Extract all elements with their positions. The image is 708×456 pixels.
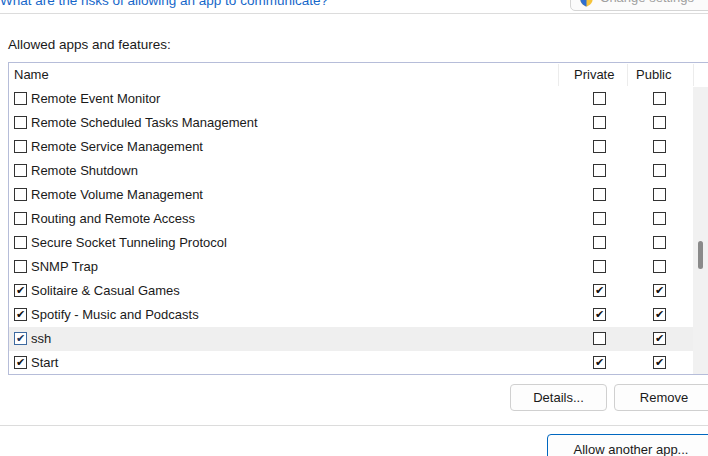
uac-shield-icon bbox=[579, 0, 594, 7]
private-checkbox[interactable]: ✔ bbox=[593, 236, 606, 249]
change-settings-button[interactable]: Change settings bbox=[570, 0, 708, 11]
public-checkbox[interactable]: ✔ bbox=[653, 116, 666, 129]
remove-button[interactable]: Remove bbox=[614, 384, 708, 411]
app-enabled-checkbox[interactable]: ✔ bbox=[14, 332, 27, 345]
app-row[interactable]: ✔ Remote Scheduled Tasks Management ✔ ✔ bbox=[9, 111, 693, 135]
check-icon: ✔ bbox=[594, 285, 605, 296]
app-name-label: Remote Event Monitor bbox=[31, 91, 160, 106]
check-icon: ✔ bbox=[654, 357, 665, 368]
app-row[interactable]: ✔ Remote Service Management ✔ ✔ bbox=[9, 135, 693, 159]
app-name-label: Secure Socket Tunneling Protocol bbox=[31, 235, 227, 250]
check-icon: ✔ bbox=[15, 333, 26, 344]
public-checkbox[interactable]: ✔ bbox=[653, 284, 666, 297]
header-separator bbox=[558, 64, 559, 86]
app-name-label: Remote Shutdown bbox=[31, 163, 138, 178]
risks-help-link[interactable]: What are the risks of allowing an app to… bbox=[0, 0, 328, 8]
public-checkbox[interactable]: ✔ bbox=[653, 140, 666, 153]
public-checkbox[interactable]: ✔ bbox=[653, 356, 666, 369]
allowed-apps-label: Allowed apps and features: bbox=[8, 37, 171, 52]
top-divider bbox=[0, 13, 708, 14]
private-checkbox[interactable]: ✔ bbox=[593, 284, 606, 297]
scrollbar-thumb[interactable] bbox=[698, 241, 703, 269]
public-checkbox[interactable]: ✔ bbox=[653, 212, 666, 225]
private-checkbox[interactable]: ✔ bbox=[593, 140, 606, 153]
allowed-apps-panel: { "header": { "risks_link": "What are th… bbox=[0, 0, 708, 456]
app-name-label: Solitaire & Casual Games bbox=[31, 283, 180, 298]
bottom-divider bbox=[0, 425, 708, 426]
public-checkbox[interactable]: ✔ bbox=[653, 236, 666, 249]
app-row[interactable]: ✔ Remote Volume Management ✔ ✔ bbox=[9, 183, 693, 207]
list-header: Name Private Public bbox=[9, 63, 708, 87]
app-name-label: Spotify - Music and Podcasts bbox=[31, 307, 199, 322]
app-enabled-checkbox[interactable]: ✔ bbox=[14, 260, 27, 273]
app-row[interactable]: ✔ SNMP Trap ✔ ✔ bbox=[9, 255, 693, 279]
allow-another-app-button[interactable]: Allow another app... bbox=[547, 434, 708, 456]
private-checkbox[interactable]: ✔ bbox=[593, 188, 606, 201]
change-settings-label: Change settings bbox=[600, 0, 694, 5]
app-enabled-checkbox[interactable]: ✔ bbox=[14, 164, 27, 177]
app-row[interactable]: ✔ Routing and Remote Access ✔ ✔ bbox=[9, 207, 693, 231]
check-icon: ✔ bbox=[654, 309, 665, 320]
private-checkbox[interactable]: ✔ bbox=[593, 212, 606, 225]
public-checkbox[interactable]: ✔ bbox=[653, 332, 666, 345]
app-row[interactable]: ✔ Solitaire & Casual Games ✔ ✔ bbox=[9, 279, 693, 303]
details-button[interactable]: Details... bbox=[510, 384, 607, 411]
allowed-apps-list: Name Private Public ✔ Remote Event Monit… bbox=[8, 62, 708, 375]
app-name-label: ssh bbox=[31, 331, 51, 346]
private-checkbox[interactable]: ✔ bbox=[593, 308, 606, 321]
app-enabled-checkbox[interactable]: ✔ bbox=[14, 92, 27, 105]
private-checkbox[interactable]: ✔ bbox=[593, 260, 606, 273]
public-checkbox[interactable]: ✔ bbox=[653, 188, 666, 201]
app-name-label: Remote Scheduled Tasks Management bbox=[31, 115, 258, 130]
header-separator bbox=[627, 64, 628, 86]
public-checkbox[interactable]: ✔ bbox=[653, 92, 666, 105]
check-icon: ✔ bbox=[654, 285, 665, 296]
app-row[interactable]: ✔ Start ✔ ✔ bbox=[9, 351, 693, 375]
private-checkbox[interactable]: ✔ bbox=[593, 116, 606, 129]
list-rows: ✔ Remote Event Monitor ✔ ✔ ✔ Remote Sche… bbox=[9, 87, 708, 374]
app-enabled-checkbox[interactable]: ✔ bbox=[14, 188, 27, 201]
private-checkbox[interactable]: ✔ bbox=[593, 92, 606, 105]
check-icon: ✔ bbox=[594, 309, 605, 320]
public-checkbox[interactable]: ✔ bbox=[653, 164, 666, 177]
check-icon: ✔ bbox=[594, 357, 605, 368]
app-row[interactable]: ✔ Remote Shutdown ✔ ✔ bbox=[9, 159, 693, 183]
app-name-label: Remote Service Management bbox=[31, 139, 203, 154]
app-enabled-checkbox[interactable]: ✔ bbox=[14, 212, 27, 225]
column-header-name[interactable]: Name bbox=[14, 67, 49, 82]
public-checkbox[interactable]: ✔ bbox=[653, 260, 666, 273]
app-row[interactable]: ✔ Spotify - Music and Podcasts ✔ ✔ bbox=[9, 303, 693, 327]
check-icon: ✔ bbox=[15, 357, 26, 368]
private-checkbox[interactable]: ✔ bbox=[593, 164, 606, 177]
app-name-label: Start bbox=[31, 355, 58, 370]
app-name-label: Remote Volume Management bbox=[31, 187, 203, 202]
check-icon: ✔ bbox=[15, 285, 26, 296]
app-enabled-checkbox[interactable]: ✔ bbox=[14, 308, 27, 321]
app-enabled-checkbox[interactable]: ✔ bbox=[14, 116, 27, 129]
app-row[interactable]: ✔ ssh ✔ ✔ bbox=[9, 327, 693, 351]
app-enabled-checkbox[interactable]: ✔ bbox=[14, 140, 27, 153]
vertical-scrollbar[interactable] bbox=[693, 87, 708, 374]
app-name-label: Routing and Remote Access bbox=[31, 211, 195, 226]
column-header-public[interactable]: Public bbox=[636, 67, 671, 82]
public-checkbox[interactable]: ✔ bbox=[653, 308, 666, 321]
private-checkbox[interactable]: ✔ bbox=[593, 356, 606, 369]
app-enabled-checkbox[interactable]: ✔ bbox=[14, 284, 27, 297]
app-row[interactable]: ✔ Remote Event Monitor ✔ ✔ bbox=[9, 87, 693, 111]
app-row[interactable]: ✔ Secure Socket Tunneling Protocol ✔ ✔ bbox=[9, 231, 693, 255]
column-header-private[interactable]: Private bbox=[574, 67, 614, 82]
header-separator bbox=[693, 64, 694, 86]
app-name-label: SNMP Trap bbox=[31, 259, 98, 274]
check-icon: ✔ bbox=[654, 333, 665, 344]
private-checkbox[interactable]: ✔ bbox=[593, 332, 606, 345]
app-enabled-checkbox[interactable]: ✔ bbox=[14, 236, 27, 249]
check-icon: ✔ bbox=[15, 309, 26, 320]
app-enabled-checkbox[interactable]: ✔ bbox=[14, 356, 27, 369]
